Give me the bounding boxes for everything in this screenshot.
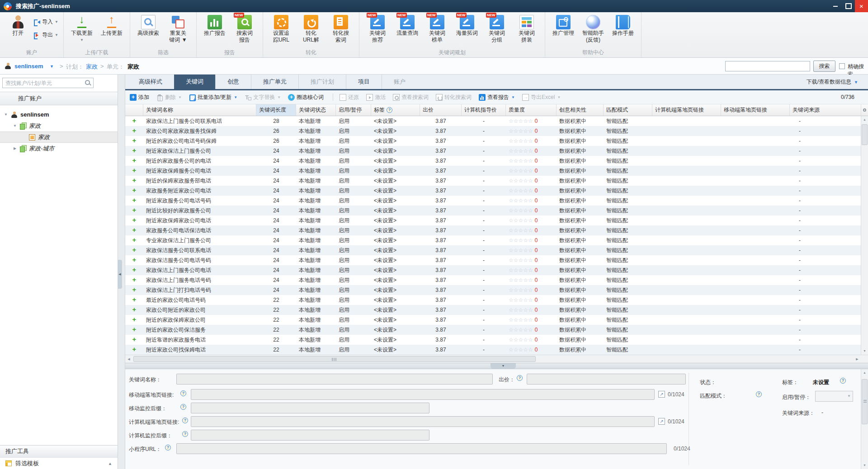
scroll-right-icon[interactable]: ▶	[854, 355, 861, 363]
sidebar-collapse-handle[interactable]	[118, 260, 122, 289]
open-link-icon[interactable]	[658, 418, 665, 425]
ribbon-duplicate-keywords-button[interactable]: 重复关键词 ▼	[163, 14, 193, 43]
scroll-down-icon[interactable]: ▼	[861, 462, 868, 469]
add-row-icon[interactable]: +	[125, 275, 143, 285]
sidebar-item-promo-tools[interactable]: 推广工具	[0, 445, 118, 457]
table-row[interactable]: +附近靠谱的家政服务电话22本地新增启用<未设置>3.87-☆☆☆☆☆0数据积累…	[125, 335, 861, 345]
add-row-icon[interactable]: +	[125, 245, 143, 255]
tab-promo-plan[interactable]: 推广计划	[298, 75, 346, 89]
keyword-name-input[interactable]	[176, 374, 493, 385]
tree-item-unit-jiazheng[interactable]: 家政	[0, 131, 118, 143]
search-icon[interactable]	[85, 80, 91, 86]
table-row[interactable]: +家政公司附近的家政公司22本地新增启用<未设置>3.87-☆☆☆☆☆0数据积累…	[125, 305, 861, 315]
add-row-icon[interactable]: +	[125, 335, 143, 345]
add-button[interactable]: 添加	[130, 94, 149, 101]
breadcrumb-plan[interactable]: 家政	[86, 63, 98, 71]
ribbon-keyword-recommend-button[interactable]: NEW关键词推荐	[363, 14, 392, 43]
table-row[interactable]: +家政服务附近家政公司电话24本地新增启用<未设置>3.87-☆☆☆☆☆0数据积…	[125, 186, 861, 196]
column-header-pcguide[interactable]: 计算机指导价	[462, 104, 506, 116]
add-row-icon[interactable]: +	[125, 285, 143, 295]
tab-advanced-style[interactable]: 高级样式	[127, 75, 174, 89]
ribbon-convert-searchword-button[interactable]: 转化搜索词	[326, 14, 356, 43]
bid-input[interactable]	[527, 374, 686, 385]
add-row-icon[interactable]: +	[125, 156, 143, 166]
table-row[interactable]: +家政保洁上门打扫电话号码24本地新增启用<未设置>3.87-☆☆☆☆☆0数据积…	[125, 285, 861, 295]
ribbon-convert-url-button[interactable]: 转化URL解	[296, 14, 326, 43]
table-row[interactable]: +附近家政公司找保姆电话22本地新增启用<未设置>3.87-☆☆☆☆☆0数据积累…	[125, 345, 861, 355]
help-icon[interactable]	[517, 375, 523, 381]
ribbon-advanced-search-button[interactable]: 高级搜索	[133, 14, 163, 37]
column-header-pcurl[interactable]: 计算机端落地页链接	[652, 104, 721, 116]
add-row-icon[interactable]: +	[125, 345, 143, 355]
scrollbar-thumb[interactable]	[862, 379, 868, 424]
ribbon-open-button[interactable]: 打开	[3, 14, 33, 37]
tab-keyword[interactable]: 关键词	[174, 75, 215, 89]
tab-account[interactable]: 账户	[382, 75, 417, 89]
ribbon-promo-report-button[interactable]: 推广报告	[200, 14, 230, 37]
column-header-name[interactable]: 关键词名称	[143, 104, 256, 116]
ribbon-manual-button[interactable]: 操作手册	[608, 14, 638, 37]
panel-scrollbar[interactable]: ▲ ▼	[861, 369, 868, 469]
ribbon-searchword-report-button[interactable]: NEW搜索词报告	[230, 14, 259, 43]
add-row-icon[interactable]: +	[125, 186, 143, 196]
add-row-icon[interactable]: +	[125, 196, 143, 206]
tree-item-account-senlinsem[interactable]: ▼senlinsem	[0, 109, 118, 120]
column-header-match[interactable]: 匹配模式	[604, 104, 652, 116]
table-row[interactable]: +附近家政保洁上门服务公司24本地新增启用<未设置>3.87-☆☆☆☆☆0数据积…	[125, 146, 861, 156]
add-row-icon[interactable]: +	[125, 166, 143, 176]
column-header-creative[interactable]: 创意相关性	[557, 104, 604, 116]
tab-promo-unit[interactable]: 推广单元	[251, 75, 298, 89]
table-row[interactable]: +家政保洁上门服务公司电话24本地新增启用<未设置>3.87-☆☆☆☆☆0数据积…	[125, 265, 861, 275]
help-icon[interactable]	[180, 390, 186, 396]
ribbon-download-update-button[interactable]: 下载更新 ▼	[67, 14, 97, 43]
ribbon-import-button[interactable]: 导入▼	[34, 18, 58, 26]
scroll-down-icon[interactable]: ▼	[861, 347, 868, 355]
ribbon-promo-manage-button[interactable]: 推广管理	[548, 14, 578, 37]
add-row-icon[interactable]: +	[125, 325, 143, 335]
table-row[interactable]: +家政保洁服务公司联系电话24本地新增启用<未设置>3.87-☆☆☆☆☆0数据积…	[125, 245, 861, 255]
scroll-left-icon[interactable]: ◀	[125, 355, 132, 363]
help-icon[interactable]	[840, 378, 846, 384]
ribbon-set-tracking-url-button[interactable]: 设置追踪URL	[266, 14, 296, 43]
circle-core-words-button[interactable]: 圈选核心词	[288, 94, 324, 101]
table-row[interactable]: +附近家政服务公司电话号码24本地新增启用<未设置>3.87-☆☆☆☆☆0数据积…	[125, 196, 861, 206]
add-row-icon[interactable]: +	[125, 295, 143, 305]
help-icon[interactable]	[165, 445, 171, 450]
add-row-icon[interactable]: +	[125, 225, 143, 235]
help-icon[interactable]	[182, 417, 188, 423]
column-header-source[interactable]: 关键词来源	[790, 104, 861, 116]
table-row[interactable]: +最近的家政公司电话号码22本地新增启用<未设置>3.87-☆☆☆☆☆0数据积累…	[125, 295, 861, 305]
scroll-up-icon[interactable]: ▲	[861, 369, 868, 376]
download-view-data-link[interactable]: 下载/查看数据信息▼	[807, 78, 858, 86]
ribbon-mass-keyword-expand-button[interactable]: NEW海量拓词	[452, 14, 482, 37]
scrollbar-thumb[interactable]	[133, 356, 536, 362]
batch-add-update-button[interactable]: 批量添加/更新▼	[189, 94, 237, 101]
add-row-icon[interactable]: +	[125, 146, 143, 156]
tree-item-plan-jiazheng[interactable]: ▼家政	[0, 120, 118, 131]
add-row-icon[interactable]: +	[125, 116, 143, 126]
help-icon[interactable]	[182, 431, 188, 437]
ribbon-ai-assistant-button[interactable]: 智能助手(反馈)	[578, 14, 608, 43]
table-row[interactable]: +附近家政保姆家政公司电话24本地新增启用<未设置>3.87-☆☆☆☆☆0数据积…	[125, 216, 861, 225]
table-row[interactable]: +专业家政保洁上门服务公司24本地新增启用<未设置>3.87-☆☆☆☆☆0数据积…	[125, 235, 861, 245]
add-row-icon[interactable]: +	[125, 206, 143, 216]
global-search-input[interactable]	[725, 61, 810, 71]
table-row[interactable]: +附近比较好的家政服务公司24本地新增启用<未设置>3.87-☆☆☆☆☆0数据积…	[125, 206, 861, 216]
table-row[interactable]: +家政公司家政家政服务找保姆26本地新增启用<未设置>3.87-☆☆☆☆☆0数据…	[125, 126, 861, 136]
panel-splitter[interactable]	[125, 363, 868, 369]
mobile-monitor-suffix-input[interactable]	[191, 403, 429, 413]
ribbon-keyword-group-button[interactable]: NEW关键词分组	[482, 14, 512, 43]
add-row-icon[interactable]: +	[125, 216, 143, 225]
tree-search-input[interactable]	[2, 78, 94, 88]
table-row[interactable]: +家政保洁上门服务电话号码24本地新增启用<未设置>3.87-☆☆☆☆☆0数据积…	[125, 275, 861, 285]
pc-landing-url-input[interactable]	[191, 416, 655, 427]
table-row[interactable]: +附近的家政保姆家政公司22本地新增启用<未设置>3.87-☆☆☆☆☆0数据积累…	[125, 315, 861, 325]
column-header-onoff[interactable]: 启用/暂停	[336, 104, 371, 116]
ribbon-keyword-assemble-button[interactable]: 关键词拼装	[512, 14, 542, 43]
open-link-icon[interactable]	[658, 391, 665, 398]
expander-icon[interactable]: ▶	[13, 146, 17, 150]
column-header-tag[interactable]: 标签	[371, 104, 420, 116]
chevron-down-icon[interactable]: ▼	[50, 64, 54, 69]
table-row[interactable]: +家政保洁上门服务公司联系电话28本地新增启用<未设置>3.87-☆☆☆☆☆0数…	[125, 116, 861, 126]
scroll-up-icon[interactable]: ▲	[861, 116, 868, 123]
